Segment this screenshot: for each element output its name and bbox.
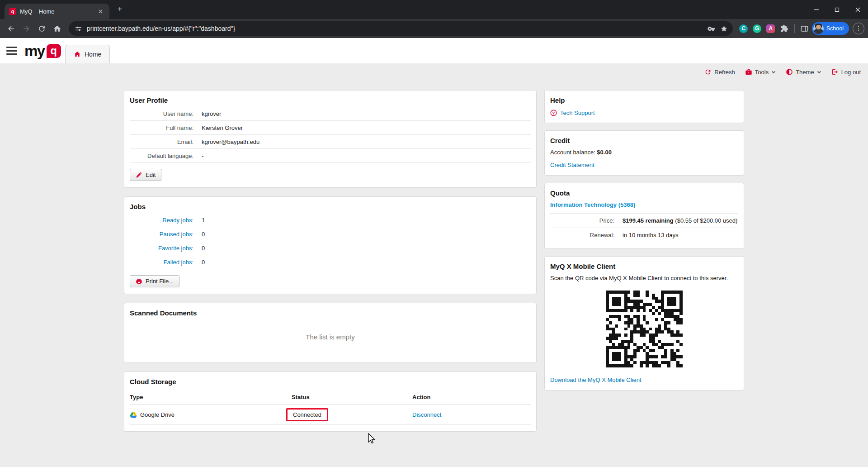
chevron-down-icon [771,70,776,74]
forward-arrow-icon [22,24,31,33]
home-icon [74,51,81,58]
question-circle-icon: ? [550,110,557,116]
empty-list-text: The list is empty [130,319,531,356]
logo-text-my: my [24,44,45,58]
logout-label: Log out [841,69,861,76]
qr-code [606,291,683,367]
app-header: my q Home [0,38,868,63]
download-mobile-client-link[interactable]: Download the MyQ X Mobile Client [550,376,642,383]
favorite-jobs-link[interactable]: Favorite jobs: [130,245,193,252]
reload-button[interactable] [34,21,49,36]
cloud-storage-row: Google Drive Connected Disconnect [130,405,531,425]
jobs-row-ready: Ready jobs: 1 [130,213,531,227]
browser-menu-button[interactable]: ⋮ [853,23,864,34]
tab-close-icon[interactable]: ✕ [96,7,105,16]
account-balance-row: Account balance: $0.00 [550,149,738,156]
username-value: kgrover [202,110,221,117]
field-row-language: Default language: - [130,149,531,163]
column-action: Action [412,394,531,400]
new-tab-button[interactable]: + [114,3,126,15]
theme-icon [786,68,793,76]
jobs-title: Jobs [130,203,531,210]
minimize-icon [814,7,819,12]
refresh-label: Refresh [714,69,735,76]
tech-support-link[interactable]: Tech Support [560,110,595,116]
logout-button[interactable]: Log out [831,68,861,76]
google-drive-icon [130,411,137,418]
balance-label: Account balance: [550,149,595,156]
myq-logo[interactable]: my q [24,44,61,58]
site-settings-tune-icon[interactable] [74,24,82,33]
mobile-client-title: MyQ X Mobile Client [550,262,738,270]
window-close-button[interactable] [847,0,868,19]
field-row-fullname: Full name: Kiersten Grover [130,121,531,135]
jobs-row-failed: Failed jobs: 0 [130,255,531,269]
storage-type-text: Google Drive [140,411,175,418]
refresh-icon [704,68,712,76]
edit-button[interactable]: Edit [130,169,161,181]
ready-jobs-link[interactable]: Ready jobs: [130,217,193,224]
quota-department-link[interactable]: Information Technology (5368) [550,201,738,208]
cloud-storage-title: Cloud Storage [130,378,531,386]
grammarly-extension-icon[interactable]: G [751,22,764,35]
paused-jobs-count: 0 [202,231,205,238]
print-file-label: Print File... [146,278,174,285]
myq-favicon: q [9,8,16,15]
ready-jobs-count: 1 [202,217,205,224]
action-bar: Refresh Tools Theme Log out [0,63,868,81]
print-file-button[interactable]: Print File... [130,275,179,287]
browser-home-button[interactable] [50,21,64,36]
jobs-row-paused: Paused jobs: 0 [130,227,531,241]
quota-card: Quota Information Technology (5368) Pric… [544,183,744,249]
window-minimize-button[interactable] [806,0,826,19]
toolbar-divider [794,24,795,33]
profile-avatar [813,24,824,34]
refresh-button[interactable]: Refresh [704,68,735,76]
extension-icon-teal[interactable]: C [737,22,750,35]
failed-jobs-count: 0 [202,259,205,266]
pencil-icon [136,172,142,178]
profile-label: School [826,25,844,32]
paused-jobs-link[interactable]: Paused jobs: [130,231,193,238]
scanned-documents-title: Scanned Documents [130,309,531,317]
email-value: kgrover@baypath.edu [202,138,259,145]
favorite-jobs-count: 0 [202,245,205,252]
back-button[interactable] [4,21,18,36]
logout-icon [831,68,839,76]
edit-button-label: Edit [146,172,156,178]
bookmark-star-icon[interactable] [720,24,728,33]
quota-price-row: Price: $199.45 remaining ($0.55 of $200.… [550,213,738,228]
home-tab-label: Home [85,51,101,58]
browser-profile-chip[interactable]: School [812,22,849,35]
side-panel-icon[interactable] [798,22,811,35]
disconnect-link[interactable]: Disconnect [412,411,441,418]
window-maximize-button[interactable] [826,0,847,19]
tools-button[interactable]: Tools [745,68,776,76]
price-value: $199.45 remaining ($0.55 of $200.00 used… [623,217,737,224]
close-icon [855,7,860,12]
failed-jobs-link[interactable]: Failed jobs: [130,259,193,266]
address-bar[interactable]: printcenter.baypath.edu/en-us/app/#{"r":… [69,21,733,36]
field-row-email: Email: kgrover@baypath.edu [130,135,531,149]
tab-home[interactable]: Home [65,45,110,63]
password-key-icon[interactable] [708,24,716,33]
mobile-client-card: MyQ X Mobile Client Scan the QR code via… [544,256,744,391]
field-row-username: User name: kgrover [130,107,531,121]
credit-statement-link[interactable]: Credit Statement [550,162,594,168]
theme-button[interactable]: Theme [786,68,821,76]
extension-icon-colorful[interactable]: A [764,22,777,35]
connected-status-highlight: Connected [286,408,328,421]
browser-tab[interactable]: q MyQ – Home ✕ [5,4,109,19]
tools-label: Tools [755,69,769,76]
help-title: Help [550,96,738,104]
hamburger-menu-button[interactable] [6,47,17,55]
column-status: Status [292,394,412,400]
help-card: Help ? Tech Support [544,90,744,123]
jobs-row-favorite: Favorite jobs: 0 [130,241,531,255]
logo-bubble: q [47,44,61,58]
forward-button[interactable] [19,21,33,36]
extensions-puzzle-icon[interactable] [778,22,791,35]
dashboard-content: User Profile User name: kgrover Full nam… [0,81,868,432]
reload-icon [38,24,46,33]
column-type: Type [130,394,292,400]
